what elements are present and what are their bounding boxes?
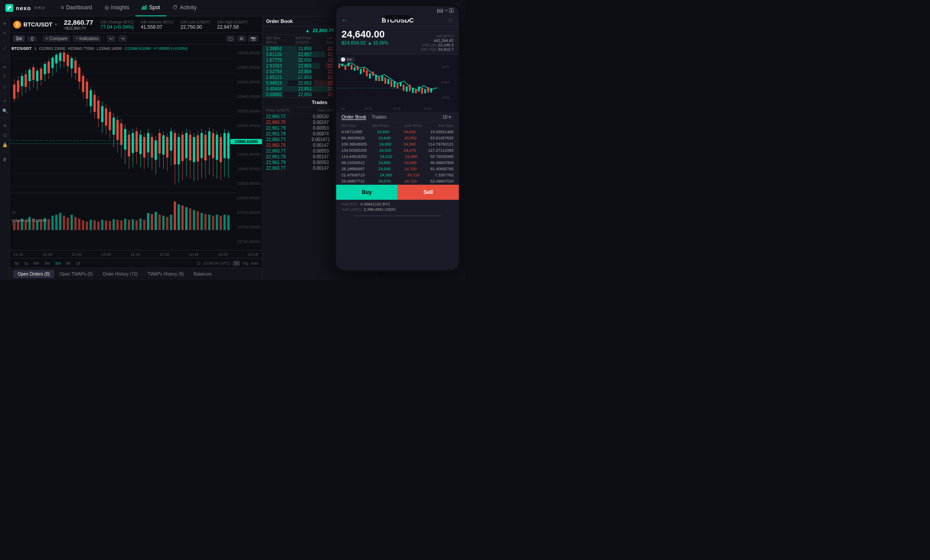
ohlc-high: H22860.77000 <box>68 46 94 51</box>
mob-back-btn[interactable]: ← <box>341 17 348 24</box>
fullscreen-rect-btn[interactable]: ▢ <box>226 35 235 42</box>
ticker-pair[interactable]: ₿ BTC/USDT ▾ <box>13 21 57 29</box>
indicators-btn[interactable]: ~ Indicators <box>73 35 101 42</box>
cursor-tool[interactable]: ↖ <box>1 30 8 37</box>
svg-rect-227 <box>418 86 420 92</box>
period-1m[interactable]: 1m <box>54 261 62 266</box>
mob-buy-btn[interactable]: Buy <box>336 185 398 200</box>
channel-tool[interactable]: ⊡ <box>1 131 8 138</box>
logo[interactable]: nexo PRO <box>5 4 46 12</box>
tool-divider-4 <box>2 152 8 152</box>
mob-favorite-btn[interactable]: ☆ <box>448 17 454 24</box>
mob-ob-count-selector[interactable]: 10 ▾ <box>440 114 454 120</box>
svg-rect-155 <box>90 220 92 230</box>
vol-1k: 1K <box>11 221 16 226</box>
svg-rect-187 <box>212 216 214 230</box>
svg-rect-221 <box>400 82 401 86</box>
svg-rect-54 <box>74 60 76 73</box>
chart-log-btn[interactable]: log <box>243 261 248 265</box>
chart-timestamp: 13:06:06 (UTC) <box>203 261 230 265</box>
svg-rect-78 <box>120 123 122 145</box>
svg-rect-170 <box>147 213 149 230</box>
pattern-tool[interactable]: ◇ <box>1 83 8 90</box>
arrow-tool[interactable]: ⟋ <box>1 54 8 61</box>
chart-reset-btn[interactable]: ⚙ <box>255 252 259 257</box>
indicators-label: Indicators <box>79 36 98 41</box>
screenshot-btn[interactable]: 📷 <box>248 35 259 42</box>
svg-rect-156 <box>94 220 96 230</box>
ticker-dropdown-icon[interactable]: ▾ <box>55 22 57 27</box>
svg-rect-207 <box>357 66 359 70</box>
brush-tool[interactable]: ✏ <box>1 63 8 71</box>
mob-ob-count-val: 10 <box>442 115 447 119</box>
crosshair-tool[interactable]: ✛ <box>1 20 8 27</box>
tab-open-twaps[interactable]: Open TWAPs (0) <box>55 270 98 278</box>
candle-type-btn[interactable] <box>27 36 37 42</box>
tab-twaps-history[interactable]: TWAPs History (6) <box>143 270 188 278</box>
svg-rect-219 <box>394 81 395 87</box>
tab-open-orders[interactable]: Open Orders (0) <box>13 270 54 278</box>
svg-rect-174 <box>162 216 165 230</box>
svg-rect-177 <box>174 202 176 230</box>
mob-sell-btn[interactable]: Sell <box>398 185 459 200</box>
period-1d[interactable]: 1d <box>75 261 82 266</box>
chart-restore-icon[interactable]: ⊡ <box>197 261 200 265</box>
chart-auto-btn[interactable]: auto <box>251 261 259 265</box>
nav-item-insights[interactable]: ◎ Insights <box>98 0 135 16</box>
tab-order-history[interactable]: Order History (72) <box>98 270 142 278</box>
svg-rect-211 <box>369 73 371 78</box>
time-1115: 11:15 <box>13 252 23 257</box>
nav-item-dashboard[interactable]: ≡ Dashboard <box>55 0 98 16</box>
mob-ob-row: 28.18684997 24,590 24,700 81.40665765 <box>336 166 459 172</box>
svg-rect-191 <box>227 215 229 230</box>
timeframe-1m-btn[interactable]: 1m <box>13 35 25 42</box>
dashboard-icon: ≡ <box>61 4 64 11</box>
undo-btn[interactable]: ↩ <box>107 35 116 42</box>
text-tool[interactable]: T <box>1 73 8 80</box>
svg-rect-108 <box>177 137 180 164</box>
svg-rect-28 <box>25 74 27 86</box>
time-1130: 11:30 <box>42 252 52 257</box>
tab-balances[interactable]: Balances <box>189 270 216 278</box>
redo-btn[interactable]: ↪ <box>118 35 127 42</box>
line-tool[interactable]: ╱ <box>1 44 8 51</box>
delete-tool[interactable]: 🗑 <box>1 156 8 163</box>
chart-pct-btn[interactable]: % <box>233 261 240 266</box>
zoom-tool[interactable]: 🔍 <box>1 107 8 114</box>
svg-rect-201 <box>338 64 340 68</box>
svg-rect-102 <box>166 137 168 158</box>
mob-avbl-usdc: Avbl USDC: 2,398.4991 USDC <box>341 207 454 212</box>
period-5y[interactable]: 5y <box>13 261 20 266</box>
mob-col-bid-size: Bid Size <box>341 123 356 128</box>
settings-chart-btn[interactable]: ⚙ <box>237 35 246 42</box>
mob-ob-tab-trades[interactable]: Trades <box>371 114 386 120</box>
period-1y[interactable]: 1y <box>23 261 30 266</box>
ticker-volume-stat: 24h Volume (BTC) 41,558.07 <box>141 20 173 30</box>
nav-item-spot[interactable]: Spot <box>135 0 166 16</box>
svg-rect-62 <box>90 90 92 106</box>
chart-canvas[interactable]: BTC/USDT 1 O22853.23000 H22860.77000 L22… <box>10 45 262 250</box>
ohlc-low: L22848.14000 <box>97 46 122 51</box>
svg-rect-72 <box>109 112 111 130</box>
ticker-volume-label: 24h Volume (BTC) <box>141 20 173 24</box>
mob-ob-row: 21.47506723 24,580 24,710 7.3267762 <box>336 172 459 178</box>
svg-rect-164 <box>124 219 126 230</box>
svg-rect-176 <box>170 215 172 230</box>
svg-rect-36 <box>40 68 42 80</box>
svg-rect-159 <box>105 220 107 230</box>
lock-tool[interactable]: 🔒 <box>1 141 8 148</box>
mob-ob-tab-orderbook[interactable]: Order Book <box>341 114 366 120</box>
svg-rect-179 <box>181 205 184 230</box>
mob-price-sub: $24,656.02 ▲ 10.56% <box>341 40 388 45</box>
period-6m[interactable]: 6m <box>32 261 41 266</box>
compare-btn[interactable]: + Compare <box>43 35 70 42</box>
fib-tool[interactable]: ≋ <box>1 122 8 129</box>
period-3m[interactable]: 3m <box>43 261 52 266</box>
mob-high-value: 24h High 24,912.7 <box>421 47 454 52</box>
current-price-line <box>10 143 230 144</box>
measure-tool[interactable]: ⌖ <box>1 97 8 105</box>
svg-rect-167 <box>135 220 138 230</box>
period-5d[interactable]: 5d <box>65 261 72 266</box>
nav-item-activity[interactable]: ⏱ Activity <box>166 0 203 16</box>
mob-timeframe-btn[interactable]: 🕐 5m <box>338 56 355 63</box>
